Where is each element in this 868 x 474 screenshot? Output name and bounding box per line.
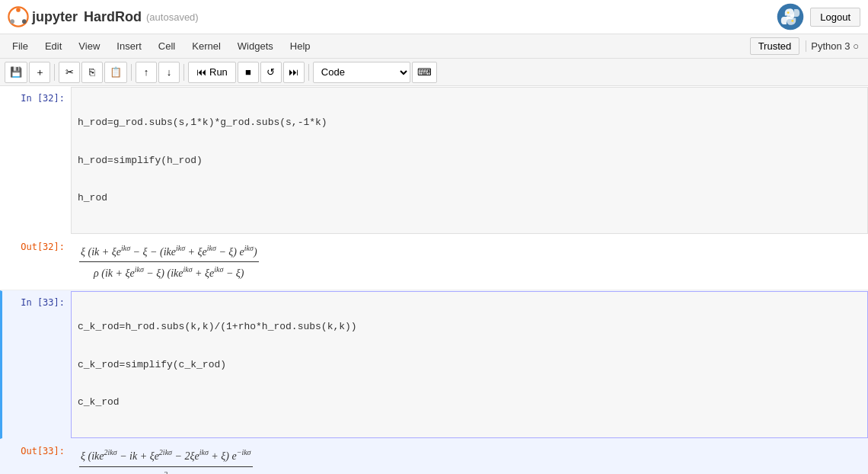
- svg-point-1: [16, 8, 21, 12]
- topbar-right: Logout: [777, 3, 860, 30]
- kernel-info: Python 3 ○: [806, 40, 863, 52]
- toolbar-separator4: [308, 64, 309, 81]
- jupyter-logo: jupyter: [8, 6, 78, 27]
- code-line: h_rod=simplify(h_rod): [78, 153, 861, 168]
- menubar-right: Trusted Python 3 ○: [750, 37, 863, 55]
- menu-edit[interactable]: Edit: [37, 37, 69, 55]
- math-expression: ξ (ik + ξeikσ − ξ − (ikeikσ + ξeikσ − ξ)…: [77, 255, 261, 267]
- trusted-button[interactable]: Trusted: [750, 37, 800, 55]
- run-label: Run: [209, 66, 228, 78]
- code-line: c_k_rod: [78, 395, 861, 410]
- logout-button[interactable]: Logout: [810, 8, 860, 27]
- cut-button[interactable]: ✂: [59, 62, 80, 83]
- denominator: k2ρ: [158, 467, 174, 474]
- stop-button[interactable]: ■: [238, 62, 259, 83]
- code-32[interactable]: h_rod=g_rod.subs(s,1*k)*g_rod.subs(s,-1*…: [71, 87, 868, 234]
- toolbar-separator2: [131, 64, 132, 81]
- denominator: ρ (ik + ξeikσ − ξ) (ikeikσ + ξeikσ − ξ): [92, 262, 245, 283]
- fraction: ξ (ike2ikσ − ik + ξe2ikσ − 2ξeikσ + ξ) e…: [79, 446, 253, 474]
- prompt-in-32: In [32]:: [2, 87, 71, 234]
- toolbar: 💾 ＋ ✂ ⎘ 📋 ↑ ↓ ⏮ Run ■ ↺ ⏭ Code Markdown …: [0, 59, 868, 86]
- input-cell-32: In [32]: h_rod=g_rod.subs(s,1*k)*g_rod.s…: [0, 86, 868, 235]
- menu-insert[interactable]: Insert: [109, 37, 149, 55]
- menu-help[interactable]: Help: [282, 37, 318, 55]
- svg-point-2: [10, 19, 14, 24]
- menu-widgets[interactable]: Widgets: [230, 37, 281, 55]
- menu-kernel[interactable]: Kernel: [184, 37, 228, 55]
- fast-forward-icon: ⏮: [196, 66, 206, 78]
- menu-cell[interactable]: Cell: [151, 37, 183, 55]
- move-down-button[interactable]: ↓: [158, 62, 180, 83]
- move-up-button[interactable]: ↑: [136, 62, 157, 83]
- code-line: c_k_rod=h_rod.subs(k,k)/(1+rho*h_rod.sub…: [78, 319, 861, 335]
- restart-run-button[interactable]: ⏭: [283, 62, 305, 83]
- code-33[interactable]: c_k_rod=h_rod.subs(k,k)/(1+rho*h_rod.sub…: [71, 291, 868, 438]
- code-line: h_rod=g_rod.subs(s,1*k)*g_rod.subs(s,-1*…: [78, 115, 861, 130]
- code-line: c_k_rod=simplify(c_k_rod): [78, 357, 861, 373]
- math-expression: ξ (ike2ikσ − ik + ξe2ikσ − 2ξeikσ + ξ) e…: [77, 460, 255, 471]
- cell-group-32: In [32]: h_rod=g_rod.subs(s,1*k)*g_rod.s…: [0, 86, 868, 290]
- python-logo: [777, 3, 804, 30]
- topbar: jupyter HardRod (autosaved) Logout: [0, 0, 868, 34]
- add-cell-button[interactable]: ＋: [29, 62, 50, 83]
- cell-group-33: In [33]: c_k_rod=h_rod.subs(k,k)/(1+rho*…: [0, 290, 868, 474]
- svg-point-3: [22, 19, 27, 24]
- output-math-33: ξ (ike2ikσ − ik + ξe2ikσ − 2ξeikσ + ξ) e…: [71, 440, 868, 474]
- prompt-out-32: Out[32]:: [2, 235, 71, 290]
- run-button[interactable]: ⏮ Run: [188, 62, 236, 83]
- numerator: ξ (ike2ikσ − ik + ξe2ikσ − 2ξeikσ + ξ) e…: [79, 446, 253, 467]
- fraction: ξ (ik + ξeikσ − ξ − (ikeikσ + ξeikσ − ξ)…: [79, 242, 259, 283]
- toolbar-separator3: [183, 64, 184, 81]
- menu-file[interactable]: File: [5, 37, 36, 55]
- code-line: h_rod: [78, 191, 861, 206]
- autosaved-label: (autosaved): [146, 11, 199, 23]
- prompt-in-33: In [33]:: [2, 291, 71, 438]
- copy-button[interactable]: ⎘: [81, 62, 103, 83]
- cell-type-select[interactable]: Code Markdown Raw NBConvert Heading: [313, 62, 410, 83]
- menu-view[interactable]: View: [71, 37, 107, 55]
- menubar: File Edit View Insert Cell Kernel Widget…: [0, 34, 868, 59]
- prompt-out-33: Out[33]:: [2, 440, 71, 474]
- output-cell-33: Out[33]: ξ (ike2ikσ − ik + ξe2ikσ − 2ξei…: [0, 439, 868, 474]
- toolbar-separator: [54, 64, 55, 81]
- input-cell-33: In [33]: c_k_rod=h_rod.subs(k,k)/(1+rho*…: [0, 290, 868, 439]
- svg-point-6: [792, 20, 794, 22]
- svg-point-5: [787, 11, 790, 14]
- paste-button[interactable]: 📋: [104, 62, 127, 83]
- output-cell-32: Out[32]: ξ (ik + ξeikσ − ξ − (ikeikσ + ξ…: [0, 235, 868, 290]
- output-math-32: ξ (ik + ξeikσ − ξ − (ikeikσ + ξeikσ − ξ)…: [71, 235, 868, 290]
- numerator: ξ (ik + ξeikσ − ξ − (ikeikσ + ξeikσ − ξ)…: [79, 242, 259, 263]
- keyboard-button[interactable]: ⌨: [412, 62, 437, 83]
- notebook-name: HardRod: [84, 9, 142, 25]
- save-button[interactable]: 💾: [5, 62, 27, 83]
- restart-button[interactable]: ↺: [260, 62, 282, 83]
- jupyter-label: jupyter: [32, 9, 78, 25]
- notebook: In [32]: h_rod=g_rod.subs(s,1*k)*g_rod.s…: [0, 86, 868, 474]
